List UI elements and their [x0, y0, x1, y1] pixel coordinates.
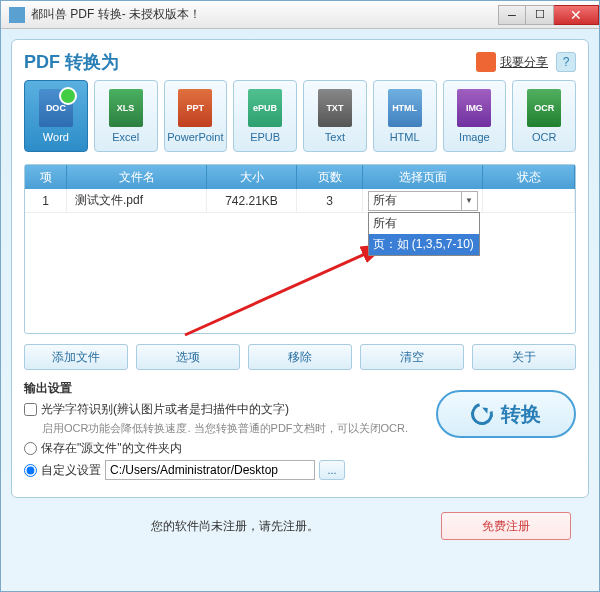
th-pages: 页数	[297, 165, 363, 189]
page-select-dropdown[interactable]: 所有 ▼ 所有 页：如 (1,3,5,7-10)	[368, 191, 478, 211]
format-tab-excel[interactable]: XLSExcel	[94, 80, 158, 152]
clear-button[interactable]: 清空	[360, 344, 464, 370]
format-label: OCR	[532, 131, 556, 143]
weibo-icon[interactable]	[476, 52, 496, 72]
annotation-arrow	[185, 245, 395, 349]
format-label: EPUB	[250, 131, 280, 143]
th-status: 状态	[483, 165, 575, 189]
titlebar: 都叫兽 PDF 转换- 未授权版本！ ─ ☐ ✕	[1, 1, 599, 29]
action-buttons: 添加文件 选项 移除 清空 关于	[24, 344, 576, 370]
ppt-icon: PPT	[178, 89, 212, 127]
custom-path-radio[interactable]	[24, 464, 37, 477]
table-row[interactable]: 1 测试文件.pdf 742.21KB 3 所有 ▼ 所有 页：如 (1,3,5…	[25, 189, 575, 213]
dropdown-option-range[interactable]: 页：如 (1,3,5,7-10)	[369, 234, 479, 255]
image-icon: IMG	[457, 89, 491, 127]
convert-button[interactable]: 转换	[436, 390, 576, 438]
format-label: Excel	[112, 131, 139, 143]
html-icon: HTML	[388, 89, 422, 127]
ocr-checkbox[interactable]	[24, 403, 37, 416]
format-label: Text	[325, 131, 345, 143]
th-name: 文件名	[67, 165, 207, 189]
add-file-button[interactable]: 添加文件	[24, 344, 128, 370]
output-settings: 输出设置 光学字符识别(辨认图片或者是扫描件中的文字) 启用OCR功能会降低转换…	[24, 380, 576, 480]
footer: 您的软件尚未注册，请先注册。 免费注册	[11, 498, 589, 540]
browse-button[interactable]: ...	[319, 460, 345, 480]
dropdown-list: 所有 页：如 (1,3,5,7-10)	[368, 212, 480, 256]
content: PDF 转换为 我要分享 ? DOCWordXLSExcelPPTPowerPo…	[1, 29, 599, 550]
custom-path-label: 自定义设置	[41, 462, 101, 479]
ocr-icon: OCR	[527, 89, 561, 127]
custom-path-option: 自定义设置 ...	[24, 460, 576, 480]
th-size: 大小	[207, 165, 297, 189]
cell-pages: 3	[297, 189, 363, 212]
cell-name: 测试文件.pdf	[67, 189, 207, 212]
format-tab-epub[interactable]: ePUBEPUB	[233, 80, 297, 152]
format-tabs: DOCWordXLSExcelPPTPowerPointePUBEPUBTXTT…	[24, 80, 576, 152]
main-panel: PDF 转换为 我要分享 ? DOCWordXLSExcelPPTPowerPo…	[11, 39, 589, 498]
path-input[interactable]	[105, 460, 315, 480]
format-tab-ocr[interactable]: OCROCR	[512, 80, 576, 152]
refresh-icon	[467, 399, 497, 429]
options-button[interactable]: 选项	[136, 344, 240, 370]
save-source-option: 保存在"源文件"的文件夹内	[24, 440, 576, 457]
dropdown-value: 所有	[373, 192, 397, 209]
cell-index: 1	[25, 189, 67, 212]
epub-icon: ePUB	[248, 89, 282, 127]
page-title: PDF 转换为	[24, 50, 119, 74]
minimize-button[interactable]: ─	[498, 5, 526, 25]
chevron-down-icon: ▼	[461, 192, 477, 210]
share-group: 我要分享 ?	[476, 52, 576, 72]
about-button[interactable]: 关于	[472, 344, 576, 370]
ocr-label: 光学字符识别(辨认图片或者是扫描件中的文字)	[41, 401, 289, 418]
app-icon	[9, 7, 25, 23]
th-select: 选择页面	[363, 165, 483, 189]
format-label: PowerPoint	[167, 131, 223, 143]
share-link[interactable]: 我要分享	[500, 54, 548, 71]
window-controls: ─ ☐ ✕	[498, 5, 599, 25]
cell-select: 所有 ▼ 所有 页：如 (1,3,5,7-10)	[363, 189, 483, 212]
file-table: 项 文件名 大小 页数 选择页面 状态 1 测试文件.pdf 742.21KB …	[24, 164, 576, 334]
th-index: 项	[25, 165, 67, 189]
window-title: 都叫兽 PDF 转换- 未授权版本！	[31, 6, 498, 23]
header-row: PDF 转换为 我要分享 ?	[24, 50, 576, 74]
text-icon: TXT	[318, 89, 352, 127]
cell-status	[483, 189, 575, 212]
format-tab-image[interactable]: IMGImage	[443, 80, 507, 152]
convert-label: 转换	[501, 401, 541, 428]
save-source-radio[interactable]	[24, 442, 37, 455]
footer-text: 您的软件尚未注册，请先注册。	[29, 518, 441, 535]
save-source-label: 保存在"源文件"的文件夹内	[41, 440, 182, 457]
register-button[interactable]: 免费注册	[441, 512, 571, 540]
table-header: 项 文件名 大小 页数 选择页面 状态	[25, 165, 575, 189]
maximize-button[interactable]: ☐	[526, 5, 554, 25]
remove-button[interactable]: 移除	[248, 344, 352, 370]
format-label: Image	[459, 131, 490, 143]
format-tab-word[interactable]: DOCWord	[24, 80, 88, 152]
dropdown-option-all[interactable]: 所有	[369, 213, 479, 234]
format-tab-html[interactable]: HTMLHTML	[373, 80, 437, 152]
format-tab-ppt[interactable]: PPTPowerPoint	[164, 80, 228, 152]
word-icon: DOC	[39, 89, 73, 127]
excel-icon: XLS	[109, 89, 143, 127]
format-tab-text[interactable]: TXTText	[303, 80, 367, 152]
close-button[interactable]: ✕	[554, 5, 599, 25]
format-label: Word	[43, 131, 69, 143]
svg-line-0	[185, 245, 385, 335]
app-window: 都叫兽 PDF 转换- 未授权版本！ ─ ☐ ✕ PDF 转换为 我要分享 ? …	[0, 0, 600, 592]
format-label: HTML	[390, 131, 420, 143]
help-icon[interactable]: ?	[556, 52, 576, 72]
cell-size: 742.21KB	[207, 189, 297, 212]
